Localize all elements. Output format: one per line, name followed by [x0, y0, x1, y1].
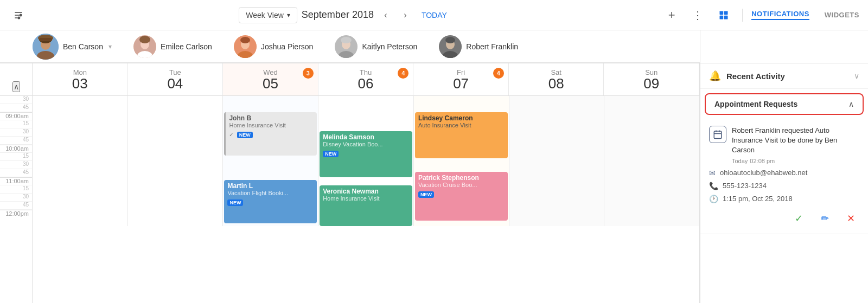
- event-martin-l[interactable]: Martin L Vacation Flight Booki... NEW: [224, 180, 317, 223]
- appointment-requests-header[interactable]: Appointment Requests ∧: [705, 93, 864, 115]
- filter-button[interactable]: [9, 5, 28, 25]
- appointment-requests-title: Appointment Requests: [714, 100, 797, 108]
- collapse-up-icon: ∧: [848, 100, 854, 108]
- main-content: ∧ Mon 03 Tue 04 Wed 05 3 Thu 06 4: [0, 63, 868, 303]
- person-ben-carson[interactable]: Ben Carson ▾: [33, 34, 112, 60]
- recent-activity-title: Recent Activity: [726, 72, 785, 81]
- time-label: 30: [0, 128, 32, 137]
- event-badges: NEW: [323, 150, 409, 157]
- accept-button[interactable]: ✓: [790, 210, 807, 227]
- grid-button[interactable]: [714, 5, 733, 25]
- event-lindsey-cameron[interactable]: Lindsey Cameron Auto Insurance Visit: [415, 112, 508, 158]
- event-patrick-stephenson[interactable]: Patrick Stephenson Vacation Cruise Boo..…: [415, 172, 508, 221]
- week-view-dropdown[interactable]: Week View ▾: [239, 7, 297, 23]
- person-name: Emilee Carlson: [161, 42, 212, 51]
- time-label: 30: [0, 194, 32, 202]
- phone-icon: 📞: [709, 182, 718, 190]
- next-button[interactable]: ›: [398, 8, 413, 23]
- day-col-tue: [128, 96, 224, 226]
- appt-time-row: 🕐 1:15 pm, Oct 25, 2018: [709, 195, 859, 203]
- svg-rect-8: [724, 15, 728, 19]
- day-col-sat: [509, 96, 605, 226]
- more-button[interactable]: ⋮: [688, 5, 707, 25]
- month-title: September 2018: [302, 9, 374, 21]
- clock-icon: 🕐: [709, 195, 718, 203]
- day-num: 04: [167, 76, 183, 91]
- event-title: Veronica Newman: [323, 188, 409, 195]
- widgets-tab-toolbar[interactable]: WIDGETS: [825, 11, 859, 19]
- appt-phone: 555-123-1234: [723, 182, 767, 190]
- recent-activity-section: 🔔 Recent Activity ∨: [700, 63, 868, 89]
- recent-activity-left: 🔔 Recent Activity: [709, 70, 785, 82]
- right-panel: 🔔 Recent Activity ∨ Appointment Requests…: [700, 63, 868, 303]
- appt-email-row: ✉ ohioautoclub@ehabweb.net: [709, 169, 859, 177]
- event-john-b[interactable]: John B Home Insurance Visit ✓ NEW: [224, 112, 317, 156]
- event-sub: Disney Vacation Boo...: [323, 141, 409, 147]
- day-num: 05: [263, 76, 278, 91]
- time-label: 45: [0, 169, 32, 177]
- svg-point-35: [445, 37, 455, 43]
- person-kaitlyn-peterson[interactable]: Kaitlyn Peterson: [335, 35, 417, 58]
- day-num: 09: [643, 76, 659, 91]
- people-row: Ben Carson ▾ Emilee Carlson: [0, 30, 700, 63]
- collapse-button[interactable]: ∧: [12, 81, 20, 92]
- notifications-tab-toolbar[interactable]: NOTIFICATIONS: [751, 10, 809, 20]
- reject-button[interactable]: ✕: [842, 210, 859, 227]
- time-label: 45: [0, 202, 32, 210]
- calendar-icon: [709, 126, 726, 143]
- appt-datetime: 1:15 pm, Oct 25, 2018: [723, 195, 793, 203]
- time-label: 45: [0, 137, 32, 145]
- day-col-wed: John B Home Insurance Visit ✓ NEW Martin…: [223, 96, 318, 226]
- add-button[interactable]: +: [662, 5, 681, 25]
- new-badge: NEW: [237, 132, 253, 138]
- appt-description: Robert Franklin requested Auto Insurance…: [732, 126, 859, 156]
- day-header-wed: Wed 05 3: [223, 63, 318, 95]
- svg-point-25: [240, 37, 250, 43]
- time-label: 15: [0, 120, 32, 128]
- time-grid: 30 45 09:00am 15 30 45 10:00am 15 30 45 …: [0, 96, 699, 303]
- new-badge: NEW: [323, 151, 339, 157]
- day-header-sun: Sun 09: [604, 63, 699, 95]
- time-label: 30: [0, 161, 32, 169]
- avatar-ben-carson: [33, 34, 59, 60]
- email-icon: ✉: [709, 169, 716, 177]
- event-sub: Home Insurance Visit: [229, 122, 314, 128]
- event-title: Melinda Samson: [323, 133, 409, 141]
- event-veronica-newman[interactable]: Veronica Newman Home Insurance Visit: [320, 185, 412, 226]
- person-name: Robert Franklin: [466, 42, 518, 51]
- appt-time: 02:08 pm: [750, 158, 775, 164]
- prev-button[interactable]: ‹: [378, 8, 393, 23]
- day-header-thu: Thu 06 4: [318, 63, 414, 95]
- day-num: 06: [358, 76, 374, 91]
- time-label-hour: 09:00am: [0, 112, 32, 120]
- person-robert-franklin[interactable]: Robert Franklin: [439, 35, 518, 58]
- appt-phone-row: 📞 555-123-1234: [709, 182, 859, 190]
- event-melinda-samson[interactable]: Melinda Samson Disney Vacation Boo... NE…: [320, 131, 412, 177]
- day-header-mon: Mon 03: [33, 63, 128, 95]
- tue-slots: [128, 96, 223, 226]
- svg-rect-7: [720, 15, 724, 19]
- right-panel-header: [700, 30, 868, 63]
- avatar-kaitlyn-peterson: [335, 35, 358, 58]
- dropdown-icon: ▾: [108, 43, 112, 50]
- event-title: Patrick Stephenson: [418, 174, 505, 182]
- time-label: 15: [0, 185, 32, 194]
- toolbar-center: Week View ▾ September 2018 ‹ › TODAY: [239, 7, 451, 23]
- svg-rect-5: [720, 11, 724, 15]
- edit-button[interactable]: ✏: [816, 210, 833, 227]
- chevron-down-icon[interactable]: ∨: [854, 72, 859, 80]
- day-headers: ∧ Mon 03 Tue 04 Wed 05 3 Thu 06 4: [0, 63, 699, 96]
- day-num: 07: [453, 76, 469, 91]
- person-joshua-pierson[interactable]: Joshua Pierson: [234, 35, 314, 58]
- person-name: Kaitlyn Peterson: [362, 42, 417, 51]
- person-name: Joshua Pierson: [261, 42, 314, 51]
- people-section: Ben Carson ▾ Emilee Carlson: [0, 30, 868, 63]
- time-gutter-header: ∧: [0, 63, 33, 95]
- person-emilee-carlson[interactable]: Emilee Carlson: [133, 35, 212, 58]
- day-num: 03: [72, 76, 88, 91]
- svg-point-3: [20, 14, 22, 16]
- day-col-mon: [33, 96, 128, 226]
- today-button[interactable]: TODAY: [417, 9, 451, 22]
- divider: [742, 9, 743, 22]
- day-col-sun: [604, 96, 699, 226]
